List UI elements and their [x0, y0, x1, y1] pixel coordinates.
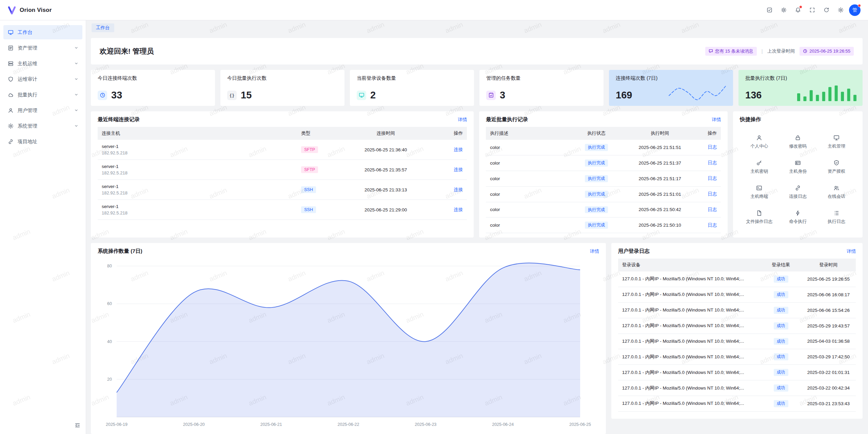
host-cell: server-1182.92.5.218 — [98, 200, 297, 220]
stat-card-weekly-terminal: 连接终端次数 (7日) 169 — [609, 70, 733, 106]
log-link[interactable]: 日志 — [708, 207, 717, 212]
link-icon — [7, 138, 14, 145]
avatar-badge — [858, 4, 861, 7]
terminal-records-panel: 最近终端连接记录 详情 连接主机 类型 连接时间 操作 — [91, 111, 474, 238]
braces-icon: { } — [227, 91, 237, 100]
notifications-bell-icon[interactable] — [792, 4, 804, 16]
refresh-icon[interactable] — [821, 4, 832, 16]
user-avatar[interactable]: 管 — [849, 4, 861, 16]
stat-value: 169 — [616, 90, 632, 101]
connect-link[interactable]: 连接 — [454, 167, 463, 172]
sidebar-item-label: 用户管理 — [18, 107, 37, 114]
result-badge: 成功 — [774, 276, 788, 283]
sidebar-item-host-ops[interactable]: 主机运维 — [3, 56, 82, 71]
time-cell: 2025-06-25 21:33:13 — [345, 180, 427, 200]
quick-action-connection-logs[interactable]: 连接日志 — [778, 179, 817, 204]
column-header: 执行描述 — [486, 127, 566, 140]
time-cell: 2025-06-25 21:51:51 — [627, 140, 693, 155]
log-link[interactable]: 日志 — [708, 160, 717, 165]
device-cell: 127.0.0.1 - 内网IP - Mozilla/5.0 (Windows … — [618, 302, 761, 318]
connect-link[interactable]: 连接 — [454, 187, 463, 192]
checkbox-icon[interactable] — [764, 4, 775, 16]
host-cell: server-1182.92.5.218 — [98, 180, 297, 200]
quick-action-personal-center[interactable]: 个人中心 — [740, 129, 778, 154]
login-logs-panel: 用户登录日志 详情 登录设备 登录结果 登录时间 127.0.0.1 - 内网I… — [611, 243, 863, 419]
terminal-records-table: 连接主机 类型 连接时间 操作 server-1182.92.5.218 SFT… — [98, 127, 467, 220]
system-ops-panel: 系统操作数量 (7日) 详情 204060802025-06-192025-06… — [91, 243, 606, 434]
content: 欢迎回来! 管理员 您有 15 条未读消息 | 上次登录时间 2025-06-2… — [86, 35, 868, 434]
device-cell: 127.0.0.1 - 内网IP - Mozilla/5.0 (Windows … — [618, 334, 761, 349]
table-row: 127.0.0.1 - 内网IP - Mozilla/5.0 (Windows … — [618, 365, 856, 380]
stat-label: 今日连接终端次数 — [98, 75, 208, 81]
log-link[interactable]: 日志 — [708, 223, 717, 228]
user-icon — [756, 135, 762, 141]
quick-action-host-keys[interactable]: 主机密钥 — [740, 154, 778, 179]
quick-action-execution-logs[interactable]: 执行日志 — [817, 204, 856, 229]
desc-cell: color — [486, 186, 566, 202]
table-row: color 执行完成 2025-06-25 21:51:51 日志 — [486, 140, 721, 155]
device-cell: 127.0.0.1 - 内网IP - Mozilla/5.0 (Windows … — [618, 271, 761, 287]
sidebar-collapse-icon[interactable] — [75, 422, 80, 429]
sidebar-item-users[interactable]: 用户管理 — [3, 103, 82, 117]
time-cell: 2025-03-21 23:53:43 — [801, 396, 856, 412]
result-badge: 成功 — [774, 400, 788, 407]
quick-action-file-operation-logs[interactable]: 文件操作日志 — [740, 204, 778, 229]
chevron-down-icon — [74, 77, 78, 81]
desc-cell: color — [486, 155, 566, 171]
logo-v-icon — [7, 6, 16, 15]
quick-action-host-management[interactable]: 主机管理 — [817, 129, 856, 154]
quick-action-host-identity[interactable]: 主机身份 — [778, 154, 817, 179]
sidebar-item-system[interactable]: 系统管理 — [3, 119, 82, 133]
quick-action-change-password[interactable]: 修改密码 — [778, 129, 817, 154]
quick-action-asset-authorization[interactable]: 资产授权 — [817, 154, 856, 179]
theme-light-icon[interactable] — [778, 4, 789, 16]
quick-action-online-sessions[interactable]: 在线会话 — [817, 179, 856, 204]
panel-title: 用户登录日志 — [618, 248, 650, 255]
column-header: 操作 — [693, 127, 721, 140]
connect-link[interactable]: 连接 — [454, 207, 463, 212]
fullscreen-icon[interactable] — [806, 4, 818, 16]
last-login-time: 2025-06-25 19:26:55 — [809, 48, 850, 54]
stat-label: 管理的任务数量 — [486, 75, 597, 81]
sidebar-item-audit[interactable]: 运维审计 — [3, 72, 82, 86]
system-ops-more-link[interactable]: 详情 — [590, 248, 599, 254]
device-cell: 127.0.0.1 - 内网IP - Mozilla/5.0 (Windows … — [618, 365, 761, 380]
svg-text:2025-06-21: 2025-06-21 — [260, 422, 282, 427]
settings-gear-icon[interactable] — [835, 4, 846, 16]
key-icon — [756, 160, 762, 166]
status-badge: 执行完成 — [585, 159, 608, 167]
time-cell: 2025-06-25 19:26:55 — [801, 271, 856, 287]
id-card-icon — [795, 160, 801, 166]
stat-value: 33 — [111, 90, 122, 101]
table-row: 127.0.0.1 - 内网IP - Mozilla/5.0 (Windows … — [618, 380, 856, 396]
svg-text:2025-06-25: 2025-06-25 — [569, 422, 591, 427]
table-row: 127.0.0.1 - 内网IP - Mozilla/5.0 (Windows … — [618, 287, 856, 302]
time-cell: 2025-03-29 17:42:50 — [801, 349, 856, 365]
welcome-meta: 您有 15 条未读消息 | 上次登录时间 2025-06-25 19:26:55 — [705, 47, 854, 56]
sidebar-item-batch-exec[interactable]: 批量执行 — [3, 88, 82, 102]
sidebar-item-project-link[interactable]: 项目地址 — [3, 134, 82, 149]
device-cell: 127.0.0.1 - 内网IP - Mozilla/5.0 (Windows … — [618, 396, 761, 412]
tab-workbench[interactable]: 工作台 — [92, 23, 114, 32]
lock-icon — [795, 135, 801, 141]
log-link[interactable]: 日志 — [708, 176, 717, 181]
status-badge: 执行完成 — [585, 175, 608, 182]
batch-records-more-link[interactable]: 详情 — [712, 117, 721, 123]
connect-link[interactable]: 连接 — [454, 147, 463, 152]
terminal-records-more-link[interactable]: 详情 — [458, 117, 467, 123]
log-link[interactable]: 日志 — [708, 191, 717, 196]
sidebar-item-workbench[interactable]: 工作台 — [3, 25, 82, 39]
unread-messages-badge[interactable]: 您有 15 条未读消息 — [705, 47, 757, 56]
log-link[interactable]: 日志 — [708, 145, 717, 150]
status-badge: 执行完成 — [585, 222, 608, 229]
chevron-down-icon — [74, 93, 78, 97]
sidebar-item-assets[interactable]: 资产管理 — [3, 41, 82, 55]
quick-action-host-terminal[interactable]: 主机终端 — [740, 179, 778, 204]
protocol-badge: SSH — [301, 186, 316, 193]
assets-icon — [7, 45, 14, 51]
last-login-time-badge: 2025-06-25 19:26:55 — [800, 47, 854, 56]
users-icon — [7, 107, 14, 113]
login-logs-more-link[interactable]: 详情 — [847, 248, 856, 254]
quick-action-command-execution[interactable]: 命令执行 — [778, 204, 817, 229]
stat-value: 15 — [241, 90, 252, 101]
